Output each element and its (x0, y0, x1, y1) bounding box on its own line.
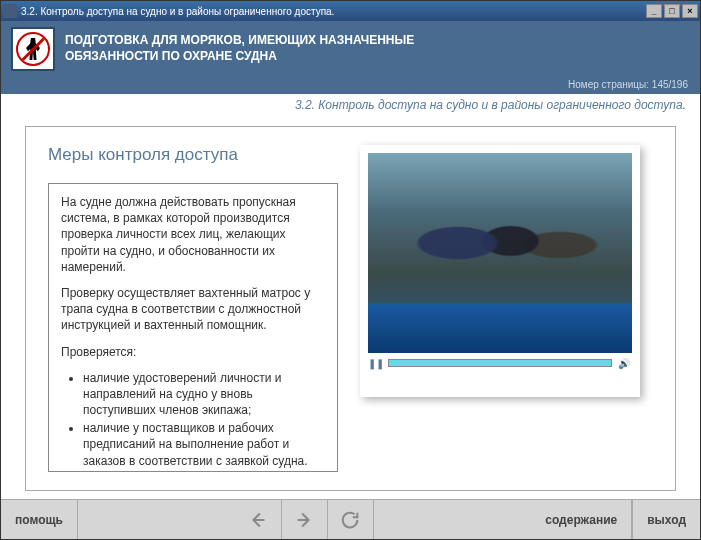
paragraph: Проверку осуществляет вахтенный матрос у… (61, 285, 325, 334)
list-item: наличие у поставщиков и рабочих предписа… (83, 420, 325, 472)
header-line-1: ПОДГОТОВКА ДЛЯ МОРЯКОВ, ИМЕЮЩИХ НАЗНАЧЕН… (65, 33, 414, 49)
header: ПОДГОТОВКА ДЛЯ МОРЯКОВ, ИМЕЮЩИХ НАЗНАЧЕН… (1, 21, 700, 94)
app-icon (3, 4, 17, 18)
close-button[interactable]: × (682, 4, 698, 18)
arrow-left-icon (247, 509, 269, 531)
content: Меры контроля доступа На судне должна де… (1, 118, 700, 499)
titlebar: 3.2. Контроль доступа на судно и в район… (1, 1, 700, 21)
text-panel[interactable]: На судне должна действовать пропускная с… (48, 183, 338, 472)
back-button[interactable] (236, 500, 282, 539)
progress-bar[interactable] (388, 359, 612, 367)
list-item: наличие удостоверений личности и направл… (83, 370, 325, 419)
window: 3.2. Контроль доступа на судно и в район… (0, 0, 701, 540)
paragraph: На судне должна действовать пропускная с… (61, 194, 325, 275)
photo (368, 153, 632, 353)
volume-icon[interactable]: 🔊 (618, 357, 630, 369)
exit-button[interactable]: выход (632, 500, 700, 539)
refresh-icon (339, 509, 361, 531)
logo-icon (11, 27, 55, 71)
breadcrumb: 3.2. Контроль доступа на судно и в район… (1, 94, 700, 118)
media-controls: ❚❚ 🔊 (368, 357, 632, 369)
paragraph: Проверяется: (61, 344, 325, 360)
pause-icon[interactable]: ❚❚ (370, 357, 382, 369)
header-line-2: ОБЯЗАННОСТИ ПО ОХРАНЕ СУДНА (65, 49, 414, 65)
help-button[interactable]: помощь (1, 500, 78, 539)
maximize-button[interactable]: □ (664, 4, 680, 18)
section-title: Меры контроля доступа (48, 145, 338, 165)
photo-frame: ❚❚ 🔊 (360, 145, 640, 397)
footer: помощь содержание выход (1, 499, 700, 539)
reload-button[interactable] (328, 500, 374, 539)
contents-button[interactable]: содержание (531, 500, 632, 539)
minimize-button[interactable]: _ (646, 4, 662, 18)
window-title: 3.2. Контроль доступа на судно и в район… (21, 6, 646, 17)
forward-button[interactable] (282, 500, 328, 539)
arrow-right-icon (293, 509, 315, 531)
page-number: Номер страницы: 145/196 (1, 77, 700, 94)
